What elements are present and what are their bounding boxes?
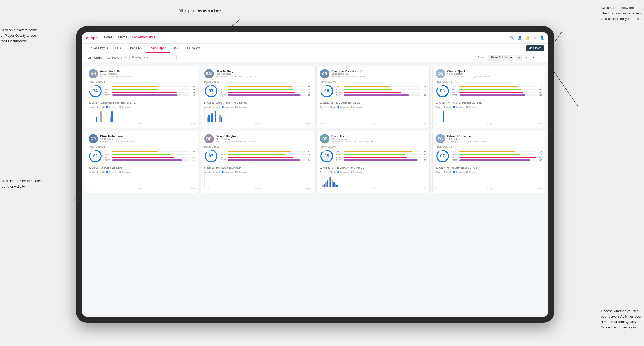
score-circle[interactable]: 87: [204, 149, 218, 163]
annotation-right-bottom: Choose whether you see your players Acti…: [601, 308, 641, 330]
chart-bar: [111, 111, 113, 122]
on-course-dot: [106, 171, 108, 173]
chart-dates: 31 Jul 21 Aug 4 Sep: [89, 123, 195, 125]
recent-round[interactable]: 04 Sep 23 · Mobility with coach, Gym →: [204, 165, 311, 169]
tab-team-clippd[interactable]: Team Clippd: [146, 44, 170, 53]
stat-bar-bg: [459, 159, 536, 161]
edit-icon[interactable]: ✏: [124, 56, 127, 59]
stat-row: OTT 61: [336, 85, 426, 88]
stat-value: 77: [190, 153, 195, 156]
off-course-dot: [351, 106, 352, 108]
stat-label: PUTT: [105, 159, 111, 161]
player-name[interactable]: Charlie Quick✓: [447, 70, 542, 73]
recent-round[interactable]: 19 Jul 23 · 74 (+4), Sunningdale GC - Ol…: [436, 165, 542, 169]
quality-label: Player Quality ℹ: [436, 81, 542, 83]
mini-chart: [436, 109, 542, 122]
stat-bar-bg: [228, 86, 305, 87]
filter-input[interactable]: [129, 55, 177, 61]
score-number: 87: [209, 154, 214, 158]
player-avatar: CQ: [436, 69, 445, 78]
tab-all-players[interactable]: All Players: [183, 44, 204, 53]
score-circle[interactable]: 93: [204, 84, 218, 98]
grid-view-button[interactable]: ⊞: [516, 55, 522, 61]
player-name[interactable]: David Ford✓: [331, 135, 426, 138]
player-card[interactable]: BM Blair McHarg Plus Handicap Royal Nort…: [201, 66, 314, 128]
notification-icon[interactable]: 🔔: [526, 36, 530, 40]
player-card[interactable]: CQ Charlie Quick✓ 6-10 Handicap St. Geor…: [432, 66, 546, 128]
user-icon[interactable]: 👤: [540, 36, 544, 40]
player-card[interactable]: DF David Ford✓ Plus Handicap Royal North…: [316, 131, 430, 193]
stat-label: ARG: [105, 156, 111, 158]
tab-tour[interactable]: Tour: [170, 44, 183, 53]
brand-logo[interactable]: clippd: [86, 35, 98, 40]
player-card[interactable]: AN Aaron Nicholls 11-15 Handicap Drift G…: [85, 66, 198, 128]
activity-section: Activity · 1 Month On course Off course …: [436, 106, 542, 125]
stat-bar-bg: [344, 89, 420, 90]
filter-view-button[interactable]: ▼: [531, 55, 537, 61]
off-course-legend: Off course: [466, 171, 477, 173]
mini-chart: [320, 109, 426, 122]
stat-value: 91: [190, 159, 195, 161]
team-count: 14 Players: [108, 56, 122, 59]
show-select[interactable]: Player Activity Quality Trend: [488, 55, 513, 61]
player-name[interactable]: Dave Billingham: [216, 135, 311, 138]
list-view-button[interactable]: ⊟: [523, 55, 529, 61]
activity-header: Activity · 1 Month On course Off course: [204, 106, 311, 108]
player-name[interactable]: Cameron Robertson✓: [331, 70, 426, 73]
recent-round[interactable]: 03 Mar 23 · 19, Must make putting →: [89, 165, 195, 169]
quality-section: Player Quality ℹ 87 OTT 73 APP: [436, 146, 542, 163]
score-circle[interactable]: 85: [320, 149, 334, 163]
score-circle[interactable]: 87: [436, 149, 449, 163]
stat-label: ARG: [221, 156, 227, 158]
player-name[interactable]: Chris Robertson✓: [100, 135, 195, 138]
score-circle[interactable]: 74: [89, 84, 102, 98]
recent-round[interactable]: 02 Jul 23 · 59 (+17), Craigmillar Park G…: [320, 100, 426, 104]
player-card[interactable]: CR Chris Robertson✓ 1-5 Handicap Craigmi…: [85, 131, 198, 193]
sort-view-button[interactable]: ↕: [538, 55, 544, 61]
score-circle[interactable]: 83: [436, 84, 449, 98]
player-name[interactable]: Blair McHarg: [216, 70, 311, 73]
profile-icon[interactable]: 👤: [518, 36, 522, 40]
player-card[interactable]: DB Dave Billingham Plus Handicap Sag Mag…: [201, 131, 314, 193]
quality-content: 68 OTT 61 APP 63 ARG 75: [320, 84, 426, 98]
stat-bar-fill: [228, 159, 300, 161]
score-circle[interactable]: 82: [89, 149, 102, 163]
tab-pgat-players[interactable]: PGAT Players: [86, 44, 112, 53]
player-name[interactable]: Edward Crossman: [447, 135, 542, 138]
settings-icon[interactable]: ⊕: [533, 36, 536, 40]
search-icon[interactable]: 🔍: [510, 36, 514, 40]
score-circle[interactable]: 68: [320, 84, 334, 98]
stats-bars: OTT 60 APP 77 ARG 81 PUTT 9: [105, 150, 195, 162]
player-name[interactable]: Aaron Nicholls: [100, 70, 195, 73]
stat-label: ARG: [221, 91, 227, 93]
stat-row: APP 58: [105, 88, 195, 91]
on-course-dot: [222, 171, 224, 173]
stats-bars: OTT 60 APP 58 ARG 84 PUTT 8: [105, 85, 195, 97]
recent-round[interactable]: 07 Aug 23 · 77 (+7), St George's Hill GC…: [436, 100, 542, 104]
off-course-dot: [351, 171, 352, 173]
recent-round[interactable]: 02 Sep 23 · Sunset round to get back int…: [89, 100, 195, 104]
activity-legend: On course Off course: [337, 106, 362, 108]
stat-row: PUTT 92: [452, 159, 542, 161]
tablet-screen: clippd Home Teams My Performance 🔍 👤 🔔 ⊕…: [82, 32, 548, 317]
stat-row: OTT 89: [336, 150, 426, 153]
nav-my-performance[interactable]: My Performance: [132, 35, 155, 40]
stat-row: APP 63: [336, 88, 426, 91]
nav-teams[interactable]: Teams: [118, 35, 127, 40]
player-handicap: 1-5 Handicap: [100, 138, 195, 140]
recent-round[interactable]: 26 Aug 23 · 73 (+1), Royal North Devon G…: [204, 100, 311, 104]
recent-round[interactable]: 26 Aug 23 · 84 (+12), Royal North Devon …: [320, 165, 426, 169]
activity-label: Activity · 1 Month: [204, 171, 220, 173]
tabs: PGAT Players PGA Hcaps 1-5 Team Clippd T…: [86, 44, 204, 53]
activity-label: Activity · 1 Month: [436, 106, 452, 108]
tab-pga[interactable]: PGA: [112, 44, 125, 53]
player-info: Aaron Nicholls 11-15 Handicap Drift Golf…: [100, 70, 195, 78]
add-team-button[interactable]: Add Team: [526, 45, 544, 51]
player-card[interactable]: EC Edward Crossman 1-5 Handicap Sunningd…: [432, 131, 546, 193]
tab-hcaps[interactable]: Hcaps 1-5: [125, 44, 146, 53]
annotation-top-right: Click here to view the Heatmaps or leade…: [601, 5, 642, 22]
player-card[interactable]: CR Cameron Robertson✓ 11-15 Handicap Roy…: [316, 66, 430, 128]
stat-value: 84: [306, 85, 310, 88]
quality-content: 93 OTT 84 APP 85 ARG 88: [204, 84, 311, 98]
nav-home[interactable]: Home: [104, 35, 112, 40]
